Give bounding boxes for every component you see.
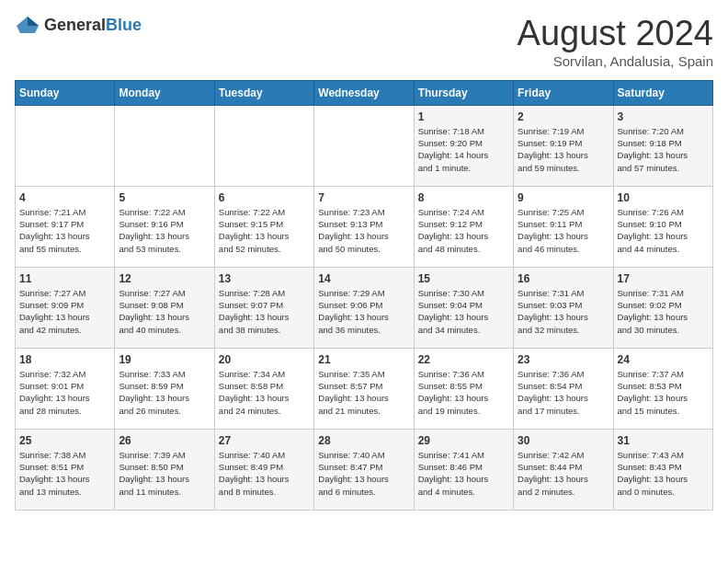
calendar-cell: 14Sunrise: 7:29 AMSunset: 9:06 PMDayligh… [314, 267, 414, 348]
day-number: 31 [618, 434, 709, 447]
week-row-1: 1Sunrise: 7:18 AMSunset: 9:20 PMDaylight… [16, 105, 713, 186]
day-number: 10 [618, 191, 709, 204]
calendar-cell: 25Sunrise: 7:38 AMSunset: 8:51 PMDayligh… [16, 429, 115, 510]
weekday-header-friday: Friday [514, 80, 613, 105]
day-info: Sunrise: 7:31 AMSunset: 9:02 PMDaylight:… [618, 287, 709, 336]
day-number: 27 [219, 434, 310, 447]
calendar-cell: 17Sunrise: 7:31 AMSunset: 9:02 PMDayligh… [613, 267, 712, 348]
day-number: 11 [19, 272, 110, 285]
day-info: Sunrise: 7:39 AMSunset: 8:50 PMDaylight:… [119, 449, 210, 498]
day-number: 20 [219, 353, 310, 366]
day-info: Sunrise: 7:32 AMSunset: 9:01 PMDaylight:… [19, 368, 110, 417]
day-info: Sunrise: 7:20 AMSunset: 9:18 PMDaylight:… [618, 125, 709, 174]
weekday-header-thursday: Thursday [414, 80, 513, 105]
day-number: 5 [119, 191, 210, 204]
calendar-cell: 27Sunrise: 7:40 AMSunset: 8:49 PMDayligh… [214, 429, 313, 510]
day-number: 30 [518, 434, 609, 447]
week-row-2: 4Sunrise: 7:21 AMSunset: 9:17 PMDaylight… [16, 186, 713, 267]
day-info: Sunrise: 7:21 AMSunset: 9:17 PMDaylight:… [19, 206, 110, 255]
calendar-cell: 28Sunrise: 7:40 AMSunset: 8:47 PMDayligh… [314, 429, 414, 510]
calendar-cell: 24Sunrise: 7:37 AMSunset: 8:53 PMDayligh… [613, 348, 712, 429]
day-info: Sunrise: 7:18 AMSunset: 9:20 PMDaylight:… [418, 125, 509, 174]
day-number: 8 [418, 191, 509, 204]
day-info: Sunrise: 7:27 AMSunset: 9:09 PMDaylight:… [19, 287, 110, 336]
day-info: Sunrise: 7:22 AMSunset: 9:15 PMDaylight:… [219, 206, 310, 255]
day-number: 19 [119, 353, 210, 366]
calendar-cell: 19Sunrise: 7:33 AMSunset: 8:59 PMDayligh… [115, 348, 214, 429]
day-info: Sunrise: 7:41 AMSunset: 8:46 PMDaylight:… [418, 449, 509, 498]
calendar-cell: 11Sunrise: 7:27 AMSunset: 9:09 PMDayligh… [16, 267, 115, 348]
day-number: 21 [318, 353, 409, 366]
calendar-cell: 7Sunrise: 7:23 AMSunset: 9:13 PMDaylight… [314, 186, 414, 267]
weekday-header-sunday: Sunday [16, 80, 115, 105]
calendar-cell: 26Sunrise: 7:39 AMSunset: 8:50 PMDayligh… [115, 429, 214, 510]
day-number: 3 [618, 110, 709, 123]
day-info: Sunrise: 7:34 AMSunset: 8:58 PMDaylight:… [219, 368, 310, 417]
calendar-cell: 4Sunrise: 7:21 AMSunset: 9:17 PMDaylight… [16, 186, 115, 267]
calendar-table: SundayMondayTuesdayWednesdayThursdayFrid… [15, 80, 713, 511]
day-info: Sunrise: 7:22 AMSunset: 9:16 PMDaylight:… [119, 206, 210, 255]
location-subtitle: Sorvilan, Andalusia, Spain [518, 53, 713, 69]
calendar-cell [115, 105, 214, 186]
weekday-header-saturday: Saturday [613, 80, 712, 105]
day-number: 16 [518, 272, 609, 285]
day-number: 17 [618, 272, 709, 285]
day-info: Sunrise: 7:40 AMSunset: 8:49 PMDaylight:… [219, 449, 310, 498]
calendar-cell: 13Sunrise: 7:28 AMSunset: 9:07 PMDayligh… [214, 267, 313, 348]
weekday-header-monday: Monday [115, 80, 214, 105]
calendar-cell [214, 105, 313, 186]
calendar-cell: 30Sunrise: 7:42 AMSunset: 8:44 PMDayligh… [514, 429, 613, 510]
calendar-cell [16, 105, 115, 186]
day-info: Sunrise: 7:31 AMSunset: 9:03 PMDaylight:… [518, 287, 609, 336]
day-info: Sunrise: 7:25 AMSunset: 9:11 PMDaylight:… [518, 206, 609, 255]
header: GeneralBlue August 2024 Sorvilan, Andalu… [15, 15, 713, 69]
calendar-cell: 22Sunrise: 7:36 AMSunset: 8:55 PMDayligh… [414, 348, 513, 429]
calendar-cell: 15Sunrise: 7:30 AMSunset: 9:04 PMDayligh… [414, 267, 513, 348]
day-number: 18 [19, 353, 110, 366]
day-number: 13 [219, 272, 310, 285]
logo-text: GeneralBlue [44, 16, 142, 35]
month-title: August 2024 [518, 15, 713, 53]
calendar-cell: 18Sunrise: 7:32 AMSunset: 9:01 PMDayligh… [16, 348, 115, 429]
calendar-cell: 1Sunrise: 7:18 AMSunset: 9:20 PMDaylight… [414, 105, 513, 186]
day-info: Sunrise: 7:23 AMSunset: 9:13 PMDaylight:… [318, 206, 409, 255]
day-info: Sunrise: 7:43 AMSunset: 8:43 PMDaylight:… [618, 449, 709, 498]
calendar-cell: 31Sunrise: 7:43 AMSunset: 8:43 PMDayligh… [613, 429, 712, 510]
calendar-cell: 20Sunrise: 7:34 AMSunset: 8:58 PMDayligh… [214, 348, 313, 429]
day-number: 24 [618, 353, 709, 366]
day-number: 2 [518, 110, 609, 123]
day-number: 6 [219, 191, 310, 204]
day-number: 26 [119, 434, 210, 447]
day-number: 12 [119, 272, 210, 285]
calendar-cell: 23Sunrise: 7:36 AMSunset: 8:54 PMDayligh… [514, 348, 613, 429]
day-info: Sunrise: 7:24 AMSunset: 9:12 PMDaylight:… [418, 206, 509, 255]
calendar-cell: 29Sunrise: 7:41 AMSunset: 8:46 PMDayligh… [414, 429, 513, 510]
day-info: Sunrise: 7:40 AMSunset: 8:47 PMDaylight:… [318, 449, 409, 498]
logo: GeneralBlue [15, 15, 142, 35]
week-row-4: 18Sunrise: 7:32 AMSunset: 9:01 PMDayligh… [16, 348, 713, 429]
day-info: Sunrise: 7:26 AMSunset: 9:10 PMDaylight:… [618, 206, 709, 255]
day-info: Sunrise: 7:36 AMSunset: 8:55 PMDaylight:… [418, 368, 509, 417]
calendar-cell: 8Sunrise: 7:24 AMSunset: 9:12 PMDaylight… [414, 186, 513, 267]
calendar-cell: 16Sunrise: 7:31 AMSunset: 9:03 PMDayligh… [514, 267, 613, 348]
title-area: August 2024 Sorvilan, Andalusia, Spain [518, 15, 713, 69]
calendar-cell: 2Sunrise: 7:19 AMSunset: 9:19 PMDaylight… [514, 105, 613, 186]
calendar-cell [314, 105, 414, 186]
day-number: 25 [19, 434, 110, 447]
day-info: Sunrise: 7:29 AMSunset: 9:06 PMDaylight:… [318, 287, 409, 336]
day-number: 9 [518, 191, 609, 204]
day-info: Sunrise: 7:37 AMSunset: 8:53 PMDaylight:… [618, 368, 709, 417]
day-info: Sunrise: 7:27 AMSunset: 9:08 PMDaylight:… [119, 287, 210, 336]
day-number: 7 [318, 191, 409, 204]
logo-icon [15, 15, 40, 35]
svg-marker-1 [28, 17, 39, 26]
day-info: Sunrise: 7:33 AMSunset: 8:59 PMDaylight:… [119, 368, 210, 417]
week-row-5: 25Sunrise: 7:38 AMSunset: 8:51 PMDayligh… [16, 429, 713, 510]
calendar-cell: 10Sunrise: 7:26 AMSunset: 9:10 PMDayligh… [613, 186, 712, 267]
calendar-cell: 21Sunrise: 7:35 AMSunset: 8:57 PMDayligh… [314, 348, 414, 429]
day-info: Sunrise: 7:30 AMSunset: 9:04 PMDaylight:… [418, 287, 509, 336]
calendar-cell: 5Sunrise: 7:22 AMSunset: 9:16 PMDaylight… [115, 186, 214, 267]
day-info: Sunrise: 7:36 AMSunset: 8:54 PMDaylight:… [518, 368, 609, 417]
day-info: Sunrise: 7:28 AMSunset: 9:07 PMDaylight:… [219, 287, 310, 336]
calendar-cell: 12Sunrise: 7:27 AMSunset: 9:08 PMDayligh… [115, 267, 214, 348]
